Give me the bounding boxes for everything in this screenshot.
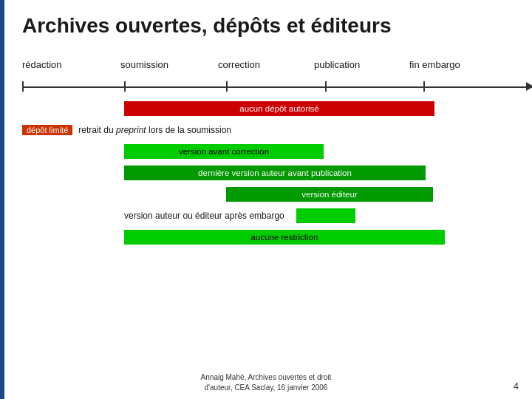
- row-derniere-version: dernière version auteur avant publicatio…: [22, 165, 510, 181]
- row-aucune-restriction: aucune restriction: [22, 229, 510, 245]
- timeline-arrow: [22, 80, 532, 93]
- bar-version-avant-correction: version avant correction: [124, 144, 324, 159]
- bar-aucune-restriction: aucune restriction: [124, 230, 445, 245]
- row-depot-limite: dépôt limité retrait du preprint lors de…: [22, 122, 510, 138]
- label-depot-limite: dépôt limité: [22, 125, 72, 135]
- row-version-apres-embargo: version auteur ou éditeur après embargo: [22, 208, 510, 224]
- bar-version-apres-embargo: [296, 208, 355, 223]
- row-aucun-depot: aucun dépôt autorisé: [22, 100, 510, 117]
- label-redaction: rédaction: [22, 59, 61, 70]
- bar-aucun-depot: aucun dépôt autorisé: [124, 101, 434, 116]
- row-version-editeur: version éditeur: [22, 186, 510, 202]
- label-publication: publication: [314, 59, 360, 70]
- text-retrait: retrait du preprint lors de la soumissio…: [78, 125, 231, 135]
- timeline: rédaction soumission correction publicat…: [22, 59, 510, 93]
- label-soumission: soumission: [120, 59, 168, 70]
- label-fin-embargo: fin embargo: [409, 59, 460, 70]
- label-correction: correction: [218, 59, 260, 70]
- bar-derniere-version: dernière version auteur avant publicatio…: [124, 166, 426, 180]
- page-number: 4: [514, 381, 519, 392]
- footer-text: Annaig Mahé, Archives ouvertes et droit …: [201, 372, 332, 393]
- row-version-avant-correction: version avant correction: [22, 143, 510, 160]
- footer: Annaig Mahé, Archives ouvertes et droit …: [0, 372, 532, 393]
- text-version-apres: version auteur ou éditeur après embargo: [124, 211, 284, 221]
- bar-version-editeur: version éditeur: [226, 187, 433, 202]
- slide-title: Archives ouvertes, dépôts et éditeurs: [22, 13, 517, 38]
- rows-container: aucun dépôt autorisé dépôt limité retrai…: [22, 100, 510, 245]
